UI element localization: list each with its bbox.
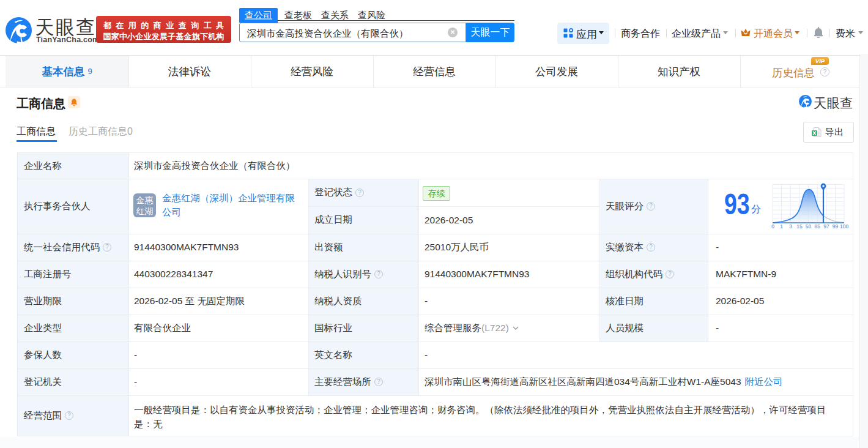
svg-text:1: 1 bbox=[780, 223, 783, 230]
svg-text:100: 100 bbox=[840, 223, 848, 230]
svg-text:50: 50 bbox=[806, 223, 812, 230]
svg-text:99: 99 bbox=[833, 223, 839, 230]
svg-text:3: 3 bbox=[789, 223, 792, 230]
svg-text:0: 0 bbox=[771, 223, 774, 230]
svg-text:15: 15 bbox=[796, 223, 803, 230]
svg-text:85: 85 bbox=[814, 223, 820, 230]
svg-text:97: 97 bbox=[823, 223, 829, 230]
